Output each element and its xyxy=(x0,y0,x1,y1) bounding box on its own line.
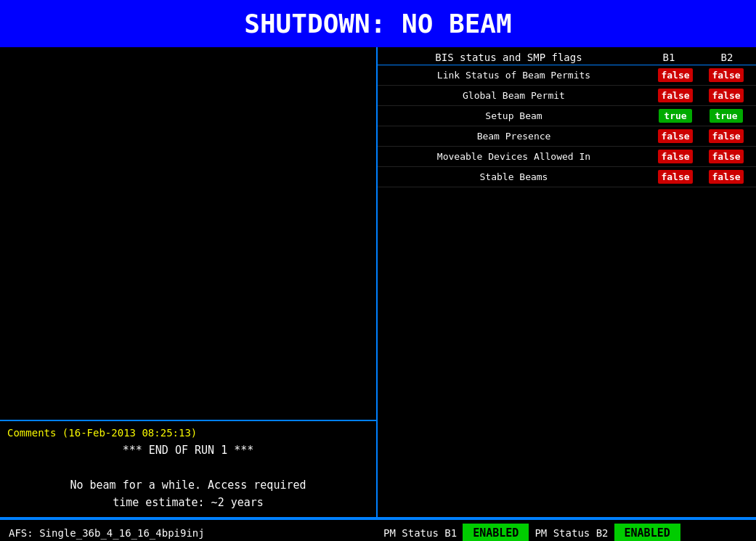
status-row-label: Stable Beams xyxy=(378,171,650,182)
afs-label: AFS: Single_36b_4_16_16_4bpi9inj xyxy=(0,527,378,539)
status-row: Link Status of Beam Permitsfalsefalse xyxy=(378,65,756,86)
pm-b1-badge: ENABLED xyxy=(463,524,529,541)
left-panel: Comments (16-Feb-2013 08:25:13) *** END … xyxy=(0,47,378,518)
pm-b2-label: PM Status B2 xyxy=(529,527,614,539)
title-bar: SHUTDOWN: NO BEAM xyxy=(0,0,756,47)
status-row: Stable Beamsfalsefalse xyxy=(378,167,756,187)
b1-badge: false xyxy=(658,68,692,82)
pm-b1-label: PM Status B1 xyxy=(378,527,463,539)
b1-badge: false xyxy=(658,150,692,163)
b2-badge: false xyxy=(709,89,743,102)
b1-badge: true xyxy=(659,109,692,123)
b2-column-header: B2 xyxy=(698,52,756,63)
bis-title: BIS status and SMP flags xyxy=(378,52,640,63)
main-title: SHUTDOWN: NO BEAM xyxy=(244,9,511,38)
bottom-bar: AFS: Single_36b_4_16_16_4bpi9inj PM Stat… xyxy=(0,518,756,541)
status-row-label: Global Beam Permit xyxy=(378,90,650,101)
comments-line2: No beam for a while. Access required xyxy=(7,476,369,494)
comments-title: Comments (16-Feb-2013 08:25:13) xyxy=(7,427,369,439)
b1-badge: false xyxy=(658,129,692,143)
comments-body: *** END OF RUN 1 *** No beam for a while… xyxy=(7,442,369,511)
b1-badge: false xyxy=(658,170,692,184)
comments-section: Comments (16-Feb-2013 08:25:13) *** END … xyxy=(0,420,376,517)
status-row-label: Moveable Devices Allowed In xyxy=(378,151,650,162)
status-row: Moveable Devices Allowed Infalsefalse xyxy=(378,147,756,167)
status-row-label: Link Status of Beam Permits xyxy=(378,70,650,81)
pm-b2-badge: ENABLED xyxy=(614,524,680,541)
status-row: Setup Beamtruetrue xyxy=(378,106,756,126)
right-panel: BIS status and SMP flags B1 B2 Link Stat… xyxy=(378,47,756,518)
b2-badge: false xyxy=(709,68,743,82)
b2-badge: false xyxy=(709,129,743,143)
comments-line3: time estimate: ~2 years xyxy=(7,494,369,511)
bis-header: BIS status and SMP flags B1 B2 xyxy=(378,47,756,65)
comments-line1: *** END OF RUN 1 *** xyxy=(7,442,369,459)
status-rows: Link Status of Beam PermitsfalsefalseGlo… xyxy=(378,65,756,187)
status-row-label: Beam Presence xyxy=(378,131,650,142)
b2-badge: false xyxy=(709,150,743,163)
b1-column-header: B1 xyxy=(640,52,698,63)
black-area xyxy=(0,47,376,420)
b2-badge: false xyxy=(709,170,743,184)
comments-spacer xyxy=(7,459,369,476)
b1-badge: false xyxy=(658,89,692,102)
status-row-label: Setup Beam xyxy=(378,110,650,121)
status-row: Beam Presencefalsefalse xyxy=(378,126,756,147)
status-row: Global Beam Permitfalsefalse xyxy=(378,86,756,106)
b2-badge: true xyxy=(710,109,743,123)
